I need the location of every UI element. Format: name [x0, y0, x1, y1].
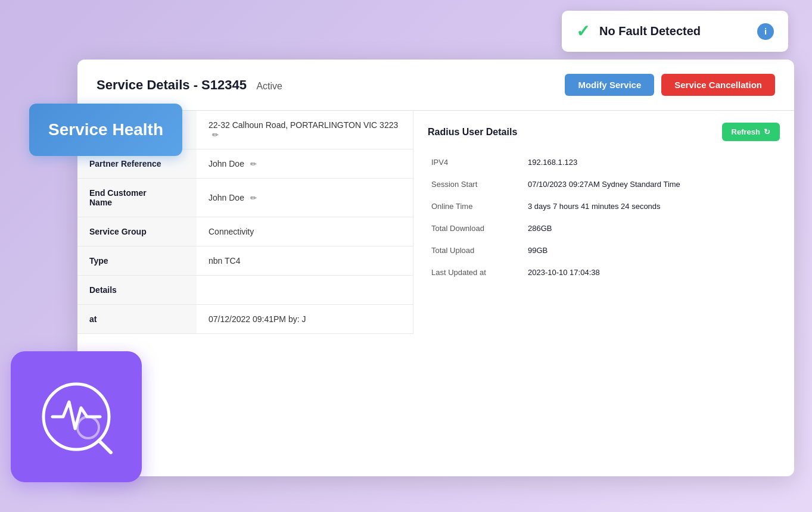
health-icon-box [11, 351, 142, 482]
refresh-label: Refresh [732, 127, 760, 136]
value-details [197, 276, 413, 305]
table-row: Type nbn TC4 [77, 246, 413, 276]
radius-title: Radius User Details [428, 127, 517, 138]
value-service-reference: 22-32 Calhoun Road, PORTARLINGTON VIC 32… [197, 111, 413, 149]
label-type: Type [77, 246, 197, 276]
card-title: Service Details - S12345 [97, 77, 247, 92]
status-badge: Active [256, 81, 282, 92]
radius-header: Radius User Details Refresh ↻ [428, 123, 780, 141]
label-total-download: Total Download [429, 218, 524, 239]
header-buttons: Modify Service Service Cancellation [565, 74, 775, 96]
service-health-badge: Service Health [29, 104, 182, 156]
table-row: Online Time 3 days 7 hours 41 minutes 24… [429, 196, 779, 217]
table-row: Last Updated at 2023-10-10 17:04:38 [429, 262, 779, 283]
refresh-icon: ↻ [764, 127, 770, 136]
card-title-row: Service Details - S12345 Active Modify S… [97, 74, 775, 96]
main-card: Service Details - S12345 Active Modify S… [77, 60, 794, 476]
table-row: Details [77, 276, 413, 305]
heartbeat-icon [35, 375, 118, 458]
label-total-upload: Total Upload [429, 240, 524, 261]
table-row: Service Group Connectivity [77, 217, 413, 246]
svg-line-1 [99, 441, 111, 452]
value-session-start: 07/10/2023 09:27AM Sydney Standard Time [525, 174, 779, 195]
radius-panel: Radius User Details Refresh ↻ IPV4 192.1… [413, 111, 794, 334]
card-header: Service Details - S12345 Active Modify S… [77, 60, 794, 111]
value-end-customer-name: John Doe ✏ [197, 179, 413, 217]
value-ipv4: 192.168.1.123 [525, 152, 779, 173]
info-icon[interactable]: i [757, 23, 774, 40]
table-row: Session Start 07/10/2023 09:27AM Sydney … [429, 174, 779, 195]
label-online-time: Online Time [429, 196, 524, 217]
no-fault-notification: ✓ No Fault Detected i [562, 11, 788, 52]
label-end-customer-name: End CustomerName [77, 179, 197, 217]
table-row: Total Upload 99GB [429, 240, 779, 261]
card-title-group: Service Details - S12345 Active [97, 77, 282, 93]
no-fault-label: No Fault Detected [599, 24, 748, 38]
label-at: at [77, 305, 197, 334]
value-service-group: Connectivity [197, 217, 413, 246]
value-last-updated: 2023-10-10 17:04:38 [525, 262, 779, 283]
edit-icon[interactable]: ✏ [250, 160, 257, 168]
details-container: Service Reference 22-32 Calhoun Road, PO… [77, 111, 794, 334]
table-row: at 07/12/2022 09:41PM by: J [77, 305, 413, 334]
edit-icon[interactable]: ✏ [212, 130, 219, 139]
modify-service-button[interactable]: Modify Service [565, 74, 654, 96]
label-ipv4: IPV4 [429, 152, 524, 173]
radius-table: IPV4 192.168.1.123 Session Start 07/10/2… [428, 151, 780, 284]
label-session-start: Session Start [429, 174, 524, 195]
service-health-label: Service Health [48, 120, 163, 139]
label-details: Details [77, 276, 197, 305]
value-type: nbn TC4 [197, 246, 413, 276]
value-at: 07/12/2022 09:41PM by: J [197, 305, 413, 334]
table-row: IPV4 192.168.1.123 [429, 152, 779, 173]
label-last-updated: Last Updated at [429, 262, 524, 283]
table-row: Total Download 286GB [429, 218, 779, 239]
svg-point-2 [77, 417, 99, 438]
value-partner-reference: John Doe ✏ [197, 149, 413, 179]
value-total-download: 286GB [525, 218, 779, 239]
table-row: End CustomerName John Doe ✏ [77, 179, 413, 217]
refresh-button[interactable]: Refresh ↻ [722, 123, 780, 141]
edit-icon[interactable]: ✏ [250, 193, 257, 202]
check-icon: ✓ [576, 21, 590, 41]
details-section: Service Reference 22-32 Calhoun Road, PO… [77, 111, 794, 474]
value-online-time: 3 days 7 hours 41 minutes 24 seconds [525, 196, 779, 217]
label-service-group: Service Group [77, 217, 197, 246]
content-area: Service Reference 22-32 Calhoun Road, PO… [77, 111, 794, 474]
service-cancellation-button[interactable]: Service Cancellation [661, 74, 775, 96]
value-total-upload: 99GB [525, 240, 779, 261]
